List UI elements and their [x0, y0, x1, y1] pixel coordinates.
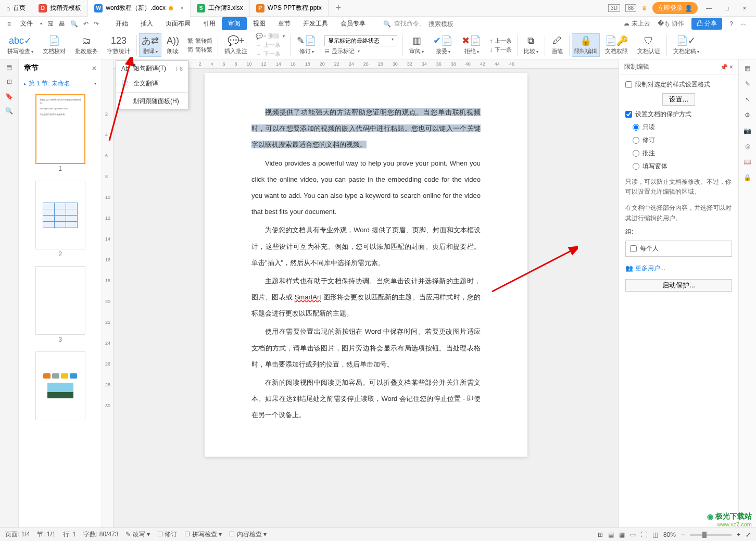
add-tab-button[interactable]: + [329, 3, 349, 14]
crop-icon[interactable]: ◫ [652, 531, 658, 538]
crown-icon[interactable]: ♛ [641, 5, 647, 12]
tab-layout[interactable]: 页面布局 [159, 17, 197, 30]
insert-comment-button[interactable]: 💬+插入批注 [220, 35, 251, 55]
camera-icon[interactable]: 📷 [744, 127, 751, 134]
nav-icon[interactable]: ⊡ [7, 78, 12, 85]
simp-trad-button[interactable]: 简 简转繁 [187, 46, 212, 54]
zoom-in-button[interactable]: + [737, 531, 740, 538]
tab-member[interactable]: 会员专享 [334, 17, 372, 30]
close-window-button[interactable]: × [738, 5, 751, 12]
book-icon[interactable]: 📖 [744, 158, 751, 166]
radio-comment[interactable]: 批注 [633, 149, 732, 158]
print-icon[interactable]: 🖶 [59, 20, 65, 28]
content-check-toggle[interactable]: ☐ 内容检查 ▾ [229, 530, 267, 539]
radio-form[interactable]: 填写窗体 [633, 162, 732, 171]
maximize-button[interactable]: □ [721, 5, 733, 12]
brush-button[interactable]: 🖊画笔 [547, 35, 567, 55]
command-search[interactable]: 🔍 查找命令、 [383, 19, 491, 28]
thumbnail-page-1[interactable]: 视频提供了功能强大的方法帮助您证明您的观点…Video provides a p… [35, 94, 85, 164]
file-menu[interactable]: 文件 [15, 19, 38, 28]
paragraph-6[interactable]: 在新的阅读视图中阅读更加容易。可以折叠文档某些部分并关注所需文本。如果在达到结尾… [251, 374, 481, 423]
preview-icon[interactable]: 🔍 [70, 20, 78, 28]
doc-auth-button[interactable]: 🛡文档认证 [633, 35, 664, 55]
expand-icon[interactable]: ⤢ [746, 531, 751, 538]
reject-button[interactable]: ✖📄拒绝▾ [458, 35, 485, 55]
wordcount-button[interactable]: 123字数统计 [103, 35, 134, 55]
radio-readonly[interactable]: 只读 [633, 123, 732, 132]
everyone-checkbox[interactable]: 每个人 [630, 244, 727, 253]
review-pane-button[interactable]: ▥审阅▾ [405, 35, 428, 55]
read-aloud-button[interactable]: A))朗读 [162, 35, 183, 55]
show-markup-button[interactable]: ☵ 显示标记▾ [324, 47, 397, 55]
paragraph-3[interactable]: 为使您的文档具有专业外观，Word 提供了页眉、页脚、封面和文本框设计，这些设计… [251, 222, 481, 271]
tab-word-doc[interactable]: Wword教程（新）.docx× [88, 0, 191, 17]
track-state-select[interactable]: 显示标记的最终状态▾ [324, 35, 397, 46]
burger-icon[interactable]: ≡ [4, 20, 14, 28]
spell-toggle[interactable]: ☐ 拼写检查 ▾ [184, 530, 222, 539]
track-button[interactable]: ✎📄修订▾ [293, 35, 320, 55]
accept-button[interactable]: ✔📄接受▾ [429, 35, 457, 55]
translate-button[interactable]: あ⇄翻译▾ [139, 33, 161, 57]
collapse-ribbon-icon[interactable]: ︿ [740, 19, 747, 28]
prev-change-button[interactable]: ↑ 上一条 [489, 37, 512, 45]
undo-icon[interactable]: ↶ [83, 20, 89, 28]
box88-icon[interactable]: 88 [625, 4, 636, 12]
rework-toggle[interactable]: ✎ 改写 ▾ [125, 530, 150, 539]
pencil-icon[interactable]: ✎ [745, 80, 750, 87]
next-change-button[interactable]: ↓ 下一条 [489, 46, 512, 54]
bookmark-icon[interactable]: 🔖 [5, 93, 13, 100]
lock-side-icon[interactable]: 🔒 [744, 174, 751, 181]
radio-track[interactable]: 修订 [633, 136, 732, 145]
row-status[interactable]: 行: 1 [63, 530, 76, 539]
tab-review[interactable]: 审阅 [222, 17, 247, 30]
section-status[interactable]: 节: 1/1 [37, 530, 55, 539]
document-page[interactable]: 视频提供了功能强大的方法帮助您证明您的观点。当您单击联机视频时，可以在想要添加的… [205, 73, 527, 457]
zoom-slider[interactable] [690, 534, 732, 536]
follow-panel-item[interactable]: 划词跟随面板(H) [116, 94, 188, 109]
spellcheck-button[interactable]: abc✓拼写检查▾ [3, 35, 37, 55]
full-translate-item[interactable]: 📄全文翻译 [116, 76, 188, 91]
trad-simp-button[interactable]: 繁 繁转简 [187, 37, 212, 45]
view-mode-4-icon[interactable]: ▭ [630, 531, 636, 538]
tab-insert[interactable]: 插入 [134, 17, 159, 30]
doc-proof-button[interactable]: 📄文档校对 [39, 35, 70, 55]
paragraph-1[interactable]: 视频提供了功能强大的方法帮助您证明您的观点。当您单击联机视频时，可以在想要添加的… [251, 104, 481, 153]
start-protect-button[interactable]: 启动保护... [625, 279, 732, 292]
thumbnail-page-2[interactable] [35, 181, 85, 249]
close-icon[interactable]: × [180, 5, 184, 12]
tab-pptx[interactable]: PWPS PPT教程.pptx [250, 0, 329, 17]
close-panel-icon[interactable]: × [92, 64, 96, 72]
settings-button[interactable]: 设置... [662, 93, 695, 106]
login-button[interactable]: 立即登录👤 [652, 2, 698, 14]
coop-icon[interactable]: �も 协作 [658, 19, 684, 28]
protect-method-checkbox[interactable]: 设置文档的保护方式 [625, 110, 732, 119]
grid-icon[interactable]: ▦ [745, 65, 750, 72]
prev-comment-button[interactable]: ← 上一条 [256, 41, 281, 49]
tab-template[interactable]: D找稻壳模板 [32, 0, 88, 17]
restrict-edit-button[interactable]: 🔒限制编辑 [572, 33, 600, 57]
close-panel-icon[interactable]: × [729, 64, 733, 71]
zoom-out-button[interactable]: − [681, 531, 685, 538]
doc-perm-button[interactable]: 📄🔑文档权限 [601, 35, 632, 55]
more-users-link[interactable]: 👥更多用户... [625, 264, 732, 273]
tab-home[interactable]: ⌂首页 [0, 0, 32, 17]
batch-button[interactable]: 🗂批改服务 [71, 35, 102, 55]
compare-button[interactable]: ⧉比较▾ [520, 35, 543, 55]
tab-reference[interactable]: 引用 [197, 17, 222, 30]
search-left-icon[interactable]: 🔍 [5, 107, 13, 115]
minimize-button[interactable]: — [703, 5, 715, 12]
delete-comment-button[interactable]: 💬× 删除▾ [256, 32, 285, 40]
share-button[interactable]: 凸 分享 [691, 18, 722, 30]
tab-devtools[interactable]: 开发工具 [297, 17, 334, 30]
tab-chapter[interactable]: 章节 [272, 17, 297, 30]
view-mode-1-icon[interactable]: ⊞ [598, 531, 603, 538]
thumbnail-page-3[interactable] [35, 266, 85, 335]
search-input[interactable] [429, 20, 491, 28]
fit-icon[interactable]: ⛶ [641, 531, 647, 538]
restrict-style-checkbox[interactable]: 限制对选定的样式设置格式 [625, 80, 732, 89]
chapter-section[interactable]: ▸第 1 节: 未命名▾ [19, 77, 102, 90]
paragraph-2[interactable]: Video provides a powerful way to help yo… [251, 155, 481, 220]
thumbnail-page-4[interactable] [35, 351, 85, 420]
doc-final-button[interactable]: 📄✓文档定稿▾ [669, 35, 703, 55]
track-toggle[interactable]: ☐ 修订 [157, 530, 177, 539]
